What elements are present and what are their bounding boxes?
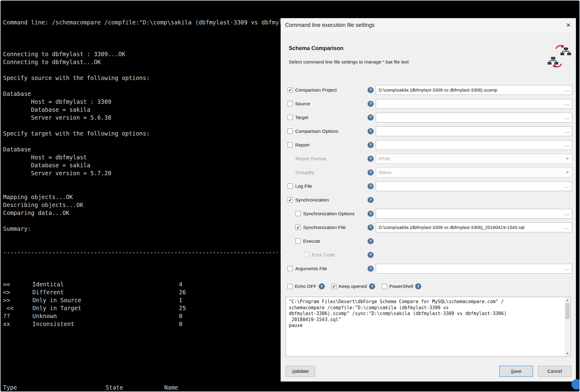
help-icon[interactable]: ? [368, 101, 374, 107]
option-field[interactable]: D:\comp\sakila (dbfmylast-3309 vs dbfmyl… [376, 85, 572, 95]
help-icon[interactable]: ? [368, 87, 374, 93]
option-label: Report Format [295, 156, 326, 162]
summary-symbol: >> [3, 296, 32, 304]
option-left: Report Format [288, 156, 368, 162]
summary-label: Only in Source [32, 296, 179, 304]
help-icon[interactable]: ? [368, 252, 374, 258]
help-icon[interactable]: ? [368, 169, 374, 176]
dialog-subheading: Select command line file settings to man… [289, 59, 409, 65]
help-icon[interactable]: ? [368, 238, 374, 244]
help-icon[interactable]: ? [368, 197, 374, 203]
option-left: Synchronization [288, 197, 368, 203]
option-field[interactable]: HTML [376, 154, 572, 164]
option-left: Log File [288, 183, 368, 189]
help-icon[interactable]: ? [368, 128, 374, 134]
scroll-down-icon[interactable]: ▼ [565, 351, 570, 356]
summary-label: Inconsistent [32, 320, 179, 328]
help-icon[interactable]: ? [415, 283, 421, 289]
help-icon[interactable]: ? [368, 224, 374, 230]
help-icon[interactable]: ? [368, 142, 374, 148]
option-field[interactable]: … [376, 99, 572, 109]
browse-button[interactable]: … [565, 225, 570, 230]
browse-button[interactable]: … [565, 87, 570, 93]
checkbox[interactable] [288, 87, 293, 93]
option-left: Comparison Project [288, 87, 368, 93]
option-row: Source ? … [281, 97, 576, 111]
dialog-buttons: Validate Save Cancel [286, 366, 571, 377]
option-label: Synchronization [295, 197, 329, 203]
summary-symbol: <> [3, 288, 32, 296]
checkbox[interactable] [288, 115, 293, 120]
browse-button[interactable]: … [565, 183, 570, 189]
option-field[interactable]: D:\comp\sakila (dbfmylast-3309 vs dbfmyl… [376, 223, 572, 232]
checkbox[interactable] [288, 197, 293, 202]
checkbox[interactable] [332, 284, 337, 289]
help-icon[interactable]: ? [368, 266, 374, 272]
bat-script-preview[interactable]: "C:\Program Files\Devart\dbForge Schema … [286, 297, 571, 357]
checkbox[interactable] [288, 129, 293, 134]
column-name: Name [164, 383, 178, 391]
option-row: Comparison Project ? D:\comp\sakila (dbf… [281, 83, 576, 97]
summary-symbol: xx [3, 320, 32, 328]
option-left: Report [288, 142, 368, 148]
field-value: HTML [379, 156, 566, 161]
checkbox[interactable] [288, 142, 293, 147]
help-icon[interactable]: ? [368, 156, 374, 162]
option-label: Arguments File [295, 266, 327, 271]
browse-button[interactable]: … [565, 211, 570, 216]
dropdown-arrow-icon [566, 172, 569, 173]
help-icon[interactable]: ? [368, 211, 374, 217]
summary-count: 26 [179, 288, 186, 296]
summary-symbol: << [3, 304, 32, 312]
validate-button[interactable]: Validate [286, 366, 315, 377]
checkbox[interactable] [382, 284, 387, 289]
summary-label: Different [32, 288, 179, 296]
checkbox[interactable] [295, 238, 301, 244]
checkbox[interactable] [288, 101, 293, 106]
checkbox[interactable] [288, 266, 293, 271]
summary-count: 1 [179, 296, 182, 304]
option-left: Synchronization Options [288, 211, 368, 216]
option-row: Report Format ? HTML [281, 152, 576, 165]
scroll-up-icon[interactable]: ▲ [565, 297, 570, 303]
checkbox[interactable] [304, 252, 309, 257]
option-field[interactable]: … [376, 126, 572, 136]
browse-button[interactable]: … [565, 129, 570, 134]
save-button[interactable]: Save [499, 366, 533, 377]
field-value: Status [379, 170, 566, 175]
browse-button[interactable]: … [565, 115, 570, 120]
help-icon[interactable]: ? [369, 283, 375, 289]
cancel-button[interactable]: Cancel [538, 366, 571, 377]
help-icon[interactable]: ? [368, 183, 374, 189]
help-icon[interactable]: ? [368, 114, 374, 121]
close-icon[interactable]: ✕ [566, 22, 571, 28]
checkbox[interactable] [288, 284, 293, 289]
option-label: Synchronization Options [303, 211, 354, 216]
option-left: Comparison Options [288, 129, 368, 134]
bottom-toggles: Echo OFF ? Keep opened ? PowerShell ? [288, 283, 421, 289]
dialog-buttons-right: Save Cancel [499, 366, 571, 377]
checkbox[interactable] [295, 225, 301, 230]
script-text[interactable]: "C:\Program Files\Devart\dbForge Schema … [289, 299, 563, 354]
summary-count: 25 [179, 304, 186, 312]
scrollbar[interactable]: ▲ ▼ [565, 297, 570, 356]
checkbox[interactable] [288, 183, 293, 189]
option-field[interactable]: … [376, 113, 572, 122]
option-field[interactable]: … [376, 181, 572, 191]
option-field[interactable]: … [376, 209, 572, 219]
scroll-thumb[interactable] [565, 303, 570, 319]
option-left: Execute [288, 238, 368, 244]
browse-button[interactable]: … [565, 266, 570, 271]
option-field[interactable]: … [376, 264, 572, 274]
help-icon[interactable]: ? [319, 283, 325, 289]
dropdown-arrow-icon [566, 158, 569, 160]
option-field[interactable]: … [376, 140, 572, 150]
summary-symbol: == [3, 280, 32, 288]
browse-button[interactable]: … [565, 142, 570, 148]
option-label: Synchronization File [303, 225, 346, 230]
browse-button[interactable]: … [565, 101, 570, 107]
option-field[interactable]: Status [376, 168, 572, 177]
option-label: Echo OFF [295, 284, 317, 289]
checkbox[interactable] [295, 211, 301, 216]
dialog-titlebar[interactable]: Command line execution file settings ✕ [281, 18, 576, 32]
